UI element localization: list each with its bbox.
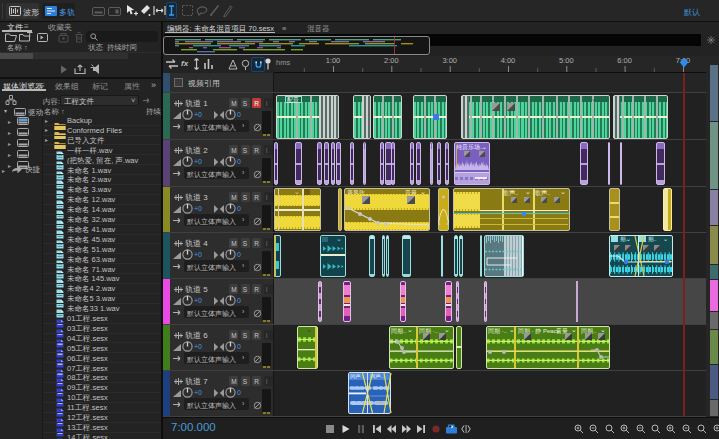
svg-text:1:00: 1:00 (326, 56, 341, 65)
svg-text:6:00: 6:00 (617, 56, 632, 65)
svg-text:3:00: 3:00 (442, 56, 457, 65)
svg-text:4:00: 4:00 (501, 56, 516, 65)
svg-text:5:00: 5:00 (559, 56, 574, 65)
svg-text:2:00: 2:00 (384, 56, 399, 65)
